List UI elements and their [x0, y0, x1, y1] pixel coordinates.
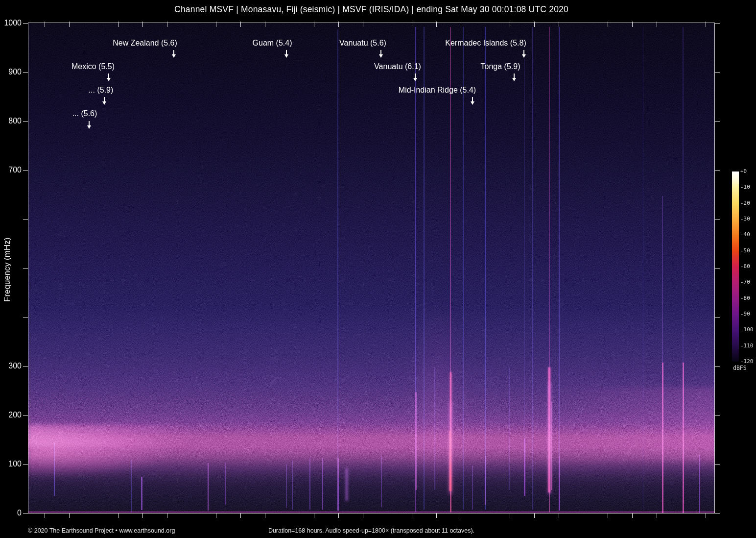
annotation-label: Mid-Indian Ridge (5.4): [399, 86, 476, 95]
footer-duration-note: Duration=168 hours. Audio speed-up=1800×…: [28, 527, 714, 534]
y-tick-left: [23, 513, 28, 514]
colorbar-tick-label: -100: [740, 326, 754, 333]
annotation-arrow-head: [379, 54, 383, 58]
annotation-arrow: [284, 50, 288, 58]
colorbar-tick-label: -20: [740, 200, 750, 206]
y-tick-left: [23, 170, 28, 171]
x-tick-bottom: [45, 514, 45, 518]
x-tick-bottom: [240, 514, 241, 518]
annotation-arrow: [471, 97, 474, 105]
y-tick-left: [23, 121, 28, 122]
x-tick-bottom: [608, 514, 608, 518]
x-tick-bottom: [559, 514, 559, 518]
x-tick-bottom: [216, 514, 216, 518]
colorbar: [732, 171, 739, 362]
x-tick-bottom: [412, 514, 412, 518]
annotation-arrow-head: [102, 101, 106, 105]
x-tick-bottom: [461, 514, 461, 518]
colorbar-tick-label: -30: [740, 216, 750, 222]
y-tick-left: [23, 366, 28, 367]
y-tick-right: [714, 268, 720, 269]
x-tick-bottom: [142, 514, 143, 518]
annotation-arrow: [522, 50, 526, 58]
y-tick-right: [714, 366, 720, 367]
y-tick-right: [714, 415, 720, 416]
x-tick-bottom: [167, 514, 167, 518]
annotation-label: ... (5.9): [89, 86, 114, 95]
y-tick-label: 800: [0, 117, 22, 125]
annotation-arrow: [413, 73, 417, 81]
annotation-label: ... (5.6): [72, 109, 97, 118]
x-tick-bottom: [338, 514, 339, 518]
annotation-arrow-head: [413, 78, 417, 81]
x-tick-bottom: [657, 514, 657, 518]
x-tick-bottom: [69, 514, 70, 518]
spectrogram-plot: New Zealand (5.6)Mexico (5.5)... (5.9)..…: [28, 23, 714, 513]
y-tick-right: [714, 72, 720, 73]
y-tick-left: [23, 219, 28, 220]
annotation-arrow-head: [284, 54, 288, 58]
annotation-arrow-head: [522, 54, 526, 58]
colorbar-tick-label: -60: [740, 263, 750, 269]
colorbar-tick-label: +0: [740, 168, 747, 174]
x-tick-bottom: [632, 514, 633, 518]
x-tick-bottom: [510, 514, 510, 518]
y-tick-left: [23, 415, 28, 416]
annotation-arrow: [87, 121, 91, 129]
x-tick-bottom: [265, 514, 265, 518]
colorbar-tick-label: -10: [740, 184, 750, 190]
colorbar-unit-label: dBFS: [733, 365, 747, 371]
annotation-arrow: [102, 97, 106, 105]
figure-title: Channel MSVF | Monasavu, Fiji (seismic) …: [28, 4, 714, 15]
annotation-arrow: [512, 73, 516, 81]
colorbar-tick-label: -110: [740, 342, 754, 349]
annotation-arrow-head: [172, 54, 176, 58]
annotation-arrow-head: [471, 101, 474, 105]
y-axis-title: Frequency (mHz): [1, 171, 14, 367]
annotation-arrow-head: [107, 78, 111, 81]
colorbar-tick-label: -80: [740, 295, 750, 301]
annotation-label: New Zealand (5.6): [113, 39, 177, 48]
y-tick-label: 100: [0, 460, 22, 468]
y-tick-right: [714, 23, 720, 24]
y-tick-right: [714, 513, 720, 514]
annotation-label: Mexico (5.5): [71, 62, 115, 71]
y-tick-right: [714, 219, 720, 220]
y-tick-right: [714, 170, 720, 171]
x-tick-bottom: [534, 514, 535, 518]
x-tick-bottom: [118, 514, 118, 518]
annotation-arrow: [172, 50, 176, 58]
colorbar-tick-label: -50: [740, 247, 750, 254]
x-tick-bottom: [706, 514, 706, 518]
y-tick-label: 900: [0, 68, 22, 76]
colorbar-tick-label: -40: [740, 231, 750, 238]
y-tick-label: 200: [0, 411, 22, 419]
annotation-arrow: [379, 50, 383, 58]
annotation-arrow: [107, 73, 111, 81]
annotation-label: Guam (5.4): [253, 39, 292, 48]
x-tick-bottom: [436, 514, 437, 518]
y-tick-left: [23, 317, 28, 318]
colorbar-tick-label: -120: [740, 358, 754, 365]
y-tick-left: [23, 23, 28, 24]
annotations-layer: New Zealand (5.6)Mexico (5.5)... (5.9)..…: [28, 23, 714, 513]
y-tick-label: 1000: [0, 19, 22, 27]
y-tick-right: [714, 317, 720, 318]
y-tick-right: [714, 121, 720, 122]
y-tick-left: [23, 464, 28, 465]
annotation-label: Vanuatu (6.1): [374, 62, 421, 71]
annotation-label: Tonga (5.9): [481, 62, 520, 71]
x-tick-bottom: [363, 514, 363, 518]
colorbar-tick-label: -70: [740, 279, 750, 285]
colorbar-tick-label: -90: [740, 311, 750, 317]
annotation-arrow-head: [87, 125, 91, 129]
y-tick-right: [714, 464, 720, 465]
spectrogram-figure: Channel MSVF | Monasavu, Fiji (seismic) …: [0, 0, 756, 538]
x-tick-bottom: [314, 514, 314, 518]
y-tick-left: [23, 268, 28, 269]
y-tick-left: [23, 72, 28, 73]
annotation-label: Kermadec Islands (5.8): [445, 39, 526, 48]
annotation-label: Vanuatu (5.6): [339, 39, 386, 48]
annotation-arrow-head: [512, 78, 516, 81]
y-tick-label: 0: [0, 509, 22, 517]
